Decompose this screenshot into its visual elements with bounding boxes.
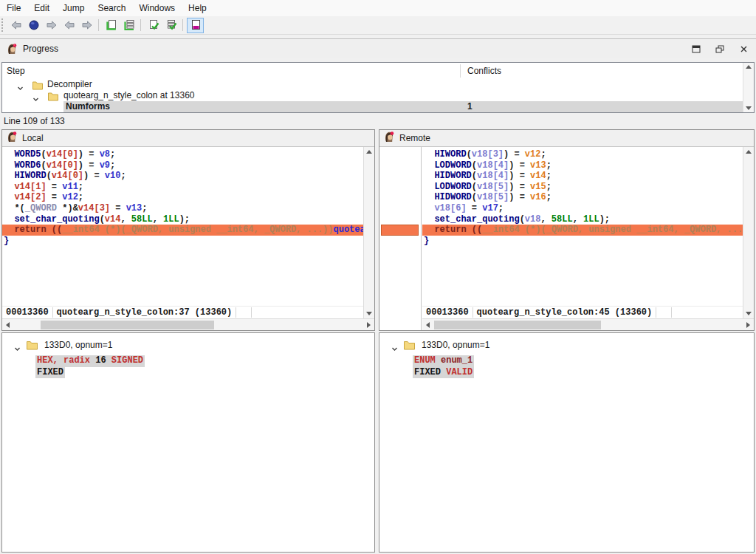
remote-operand-details[interactable]: ENUM enum_1FIXED VALID	[413, 355, 474, 378]
nav-back-button[interactable]	[7, 18, 24, 33]
code-line[interactable]: v14[1] = v11;	[2, 182, 363, 193]
local-operand-panel: 133D0, opnum=1 HEX, radix 16 SIGNEDFIXED	[1, 332, 375, 553]
menu-windows[interactable]: Windows	[132, 0, 182, 16]
remote-horizontal-scrollbar[interactable]	[422, 318, 754, 330]
conflict-tree: Step Conflicts Decompiler quotearg_n_sty…	[1, 62, 755, 113]
accept-button[interactable]	[145, 18, 162, 33]
arrow-left-icon	[10, 19, 22, 31]
next-diff-button[interactable]	[78, 18, 95, 33]
float-button[interactable]	[715, 44, 725, 54]
address-value: 00013360	[422, 307, 472, 318]
code-line[interactable]: LODWORD(v18[4]) = v13;	[422, 160, 743, 171]
toolbar-separator	[140, 19, 141, 31]
accept-all-button[interactable]	[162, 18, 179, 33]
arrow-right-icon	[46, 19, 58, 31]
show-merged-button[interactable]	[187, 18, 204, 33]
code-line[interactable]: FIXED VALID	[413, 367, 474, 379]
column-separator[interactable]	[460, 64, 461, 78]
local-operand-details[interactable]: HEX, radix 16 SIGNEDFIXED	[35, 355, 145, 378]
local-panel-titlebar[interactable]: Local	[2, 130, 374, 147]
code-line[interactable]: WORD5(v14[0]) = v8;	[2, 149, 363, 160]
menu-file[interactable]: File	[0, 0, 27, 16]
scrollbar-thumb[interactable]	[41, 321, 214, 329]
scroll-down-icon[interactable]	[746, 106, 752, 110]
code-line[interactable]: *(_QWORD *)&v14[3] = v13;	[2, 203, 363, 214]
menu-search[interactable]: Search	[91, 0, 132, 16]
code-line[interactable]: }	[2, 236, 363, 247]
scroll-down-icon[interactable]	[366, 312, 372, 315]
code-line[interactable]: return ((__int64 (*)(_QWORD, unsigned __…	[2, 225, 363, 236]
column-header-step[interactable]: Step	[7, 66, 25, 76]
code-line[interactable]: set_char_quoting(v14, 58LL, 1LL);	[2, 214, 363, 225]
conflict-count: 1	[467, 101, 472, 112]
remote-panel-titlebar[interactable]: Remote	[379, 130, 754, 147]
tree-vertical-scrollbar[interactable]	[743, 63, 754, 112]
menu-edit[interactable]: Edit	[27, 0, 56, 16]
take-local-all-button[interactable]	[120, 18, 137, 33]
arrow-right-icon	[81, 19, 93, 31]
toolbar-grip[interactable]	[1, 18, 7, 32]
document-green-icon	[106, 19, 117, 31]
scroll-up-icon[interactable]	[746, 150, 752, 154]
code-line[interactable]: LODWORD(v18[5]) = v15;	[422, 182, 743, 193]
restore-icon	[715, 45, 724, 53]
code-line[interactable]: return ((__int64 (*)(_QWORD, unsigned __…	[422, 225, 743, 236]
code-line[interactable]: ENUM enum_1	[413, 355, 474, 367]
local-vertical-scrollbar[interactable]	[363, 147, 374, 318]
selected-row-highlight	[63, 101, 743, 112]
scroll-left-icon[interactable]	[6, 322, 10, 328]
remote-vertical-scrollbar[interactable]	[743, 147, 754, 318]
code-line[interactable]: FIXED	[35, 367, 65, 379]
take-local-button[interactable]	[103, 18, 120, 33]
local-horizontal-scrollbar[interactable]	[2, 318, 374, 330]
local-address-bar: 00013360 quotearg_n_style_colon:37 (1336…	[2, 306, 363, 318]
chevron-down-icon[interactable]	[14, 342, 21, 355]
tree-row-numforms-selected[interactable]: Numforms 1	[2, 101, 754, 112]
scrollbar-thumb[interactable]	[434, 321, 601, 329]
prev-diff-button[interactable]	[61, 18, 78, 33]
document-stack-check-icon	[165, 19, 177, 31]
remote-panel-title: Remote	[399, 133, 430, 143]
location-value: quotearg_n_style_colon:45 (13360)	[473, 307, 656, 318]
scroll-up-icon[interactable]	[746, 65, 752, 69]
code-line[interactable]: HIWORD(v14[0]) = v10;	[2, 171, 363, 182]
tree-row-decompiler[interactable]: Decompiler	[2, 79, 754, 90]
operand-node-label[interactable]: 133D0, opnum=1	[422, 340, 489, 350]
tree-row-function[interactable]: quotearg_n_style_colon at 13360	[2, 90, 754, 101]
menu-help[interactable]: Help	[182, 0, 213, 16]
ida-app-icon	[6, 131, 18, 146]
scroll-up-icon[interactable]	[366, 150, 372, 154]
chevron-down-icon[interactable]	[391, 342, 398, 355]
code-line[interactable]: HIDWORD(v18[5]) = v16;	[422, 192, 743, 203]
operand-node-label[interactable]: 133D0, opnum=1	[44, 340, 112, 350]
code-line[interactable]: HIWORD(v18[3]) = v12;	[422, 149, 743, 160]
scroll-left-icon[interactable]	[426, 322, 430, 328]
code-line[interactable]: WORD6(v14[0]) = v9;	[2, 160, 363, 171]
code-line[interactable]: set_char_quoting(v18, 58LL, 1LL);	[422, 214, 743, 225]
remote-code-view[interactable]: HIWORD(v18[3]) = v12; LODWORD(v18[4]) = …	[422, 147, 743, 306]
code-line[interactable]: v14[2] = v12;	[2, 192, 363, 203]
code-line[interactable]: v18[6] = v17;	[422, 203, 743, 214]
remote-address-bar: 00013360 quotearg_n_style_colon:45 (1336…	[422, 306, 743, 318]
code-line[interactable]: HIDWORD(v18[4]) = v14;	[422, 171, 743, 182]
ida-app-icon	[6, 43, 18, 55]
menu-jump[interactable]: Jump	[56, 0, 91, 16]
maximize-icon	[692, 45, 701, 53]
current-position-button[interactable]	[25, 18, 42, 33]
folder-icon	[404, 340, 415, 353]
blue-dot-icon	[28, 19, 40, 31]
scroll-right-icon[interactable]	[367, 322, 371, 328]
local-code-view[interactable]: WORD5(v14[0]) = v8; WORD6(v14[0]) = v9; …	[2, 147, 363, 306]
menu-bar: File Edit Jump Search Windows Help	[0, 0, 756, 16]
nav-forward-button[interactable]	[43, 18, 60, 33]
scroll-right-icon[interactable]	[746, 322, 750, 328]
diff-marker[interactable]	[381, 225, 419, 236]
close-button[interactable]	[738, 44, 749, 54]
progress-window-titlebar[interactable]: Progress	[0, 38, 756, 58]
maximize-button[interactable]	[691, 44, 701, 54]
scroll-down-icon[interactable]	[746, 312, 752, 315]
code-line[interactable]: HEX, radix 16 SIGNED	[35, 355, 145, 367]
code-line[interactable]: }	[422, 236, 743, 247]
column-header-conflicts[interactable]: Conflicts	[467, 66, 501, 76]
tree-label: quotearg_n_style_colon at 13360	[63, 90, 194, 101]
